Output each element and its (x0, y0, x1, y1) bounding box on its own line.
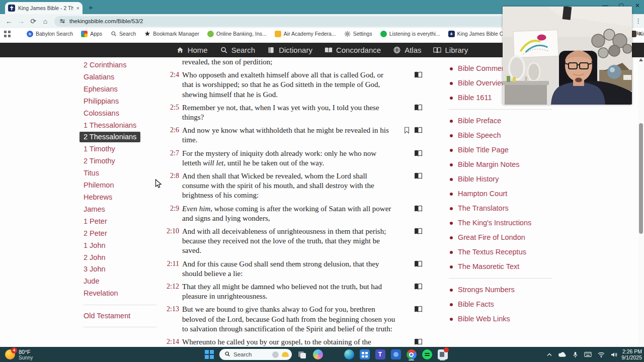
scrollbar[interactable] (638, 57, 644, 347)
sidebar-book-philippians[interactable]: Philippians (84, 96, 156, 108)
start-button[interactable] (204, 349, 214, 359)
taskbar-app-photos[interactable] (390, 348, 401, 360)
open-book-icon[interactable] (414, 205, 423, 212)
nav-item-search[interactable]: Search (220, 46, 256, 54)
scrollbar-thumb[interactable] (639, 123, 643, 234)
close-button[interactable]: ✕ (634, 2, 641, 9)
sidebar-book-philemon[interactable]: Philemon (84, 179, 156, 192)
bookmark-item[interactable]: +King James Bible O... (448, 31, 508, 37)
nav-item-dictionary[interactable]: Dictionary (267, 46, 312, 54)
open-book-icon[interactable] (414, 228, 423, 235)
sidebar-book-2-peter[interactable]: 2 Peter (84, 228, 156, 240)
browser-menu-icon[interactable]: ⋮ (635, 17, 641, 25)
tab-close-icon[interactable]: × (76, 5, 79, 11)
wifi-icon[interactable] (598, 352, 605, 357)
sidebar-book-jude[interactable]: Jude (84, 276, 156, 288)
taskbar-app-task-view[interactable] (297, 348, 307, 360)
sidebar-book-1-thessalonians[interactable]: 1 Thessalonians (84, 120, 156, 132)
keyboard-icon[interactable] (584, 352, 592, 357)
sidebar-book-hebrews[interactable]: Hebrews (84, 192, 156, 204)
back-button[interactable]: ← (3, 17, 15, 25)
sidebar-book-revelation[interactable]: Revelation (84, 288, 156, 300)
taskbar-app-clipchamp[interactable] (437, 348, 448, 360)
scroll-up-arrow-icon[interactable] (639, 58, 643, 61)
browser-tab[interactable]: ✝ King James Bible - 2 Thessaloni × (5, 2, 83, 14)
resource-link-the-textus-receptus[interactable]: The Textus Receptus (449, 245, 553, 259)
open-book-icon[interactable] (414, 104, 423, 111)
taskbar-app-chrome[interactable] (406, 348, 417, 360)
bookmark-item[interactable]: Air Academy Federa... (275, 31, 336, 37)
resource-section: Strongs NumbersBible FactsBible Web Link… (449, 279, 553, 330)
open-book-icon[interactable] (414, 260, 423, 267)
sidebar-book-1-timothy[interactable]: 1 Timothy (84, 143, 156, 155)
sidebar-book-ephesians[interactable]: Ephesians (84, 83, 156, 96)
bookmark-item[interactable]: Online Banking, Ins... (207, 31, 267, 37)
weather-widget[interactable]: 4 80°F Sunny (5, 349, 80, 360)
taskbar-app-spotify[interactable] (422, 348, 432, 360)
forward-button[interactable]: → (15, 17, 27, 25)
bookmark-ribbon-icon[interactable] (404, 127, 410, 134)
sidebar-book-1-john[interactable]: 1 John (84, 240, 156, 252)
bookmark-item[interactable]: ★Bookmark Manager (144, 31, 199, 37)
home-button[interactable]: ⌂ (39, 17, 51, 25)
bookmark-item[interactable]: Search (110, 31, 136, 37)
resource-link-the-masoretic-text[interactable]: The Masoretic Text (449, 259, 553, 274)
open-book-icon[interactable] (414, 283, 423, 290)
resource-link-bible-facts[interactable]: Bible Facts (449, 297, 553, 312)
nav-item-home[interactable]: Home (176, 46, 208, 54)
chevron-up-icon[interactable] (547, 353, 552, 356)
bookmark-item[interactable]: Apps (81, 31, 102, 37)
nav-item-library[interactable]: Library (433, 46, 468, 54)
sidebar-book-2-thessalonians[interactable]: 2 Thessalonians (84, 131, 156, 143)
onedrive-cloud-icon[interactable] (558, 352, 567, 357)
sidebar-book-1-peter[interactable]: 1 Peter (84, 216, 156, 228)
resource-link-bible-margin-notes[interactable]: Bible Margin Notes (449, 157, 553, 172)
resource-link-the-translators[interactable]: The Translators (449, 201, 553, 216)
teams-icon (375, 349, 385, 359)
microphone-icon[interactable] (573, 351, 578, 358)
open-book-icon[interactable] (414, 306, 423, 313)
resource-link-strongs-numbers[interactable]: Strongs Numbers (449, 283, 553, 297)
taskbar-app-copilot[interactable] (312, 348, 323, 360)
bookmark-label: Listening is everythi... (389, 31, 440, 37)
taskbar-app-edge[interactable] (344, 348, 354, 360)
open-book-icon[interactable] (414, 71, 423, 78)
taskbar-app-teams[interactable] (375, 348, 385, 360)
open-book-icon[interactable] (414, 127, 423, 134)
sidebar-book-3-john[interactable]: 3 John (84, 263, 156, 276)
open-book-icon[interactable] (414, 338, 423, 345)
taskbar-search[interactable]: Search (219, 349, 292, 360)
resource-link-great-fire-of-london[interactable]: Great Fire of London (449, 230, 553, 245)
nav-item-concordance[interactable]: Concordance (325, 46, 381, 54)
reload-button[interactable]: ⟳ (27, 17, 39, 25)
resource-link-bible-title-page[interactable]: Bible Title Page (449, 143, 553, 157)
sidebar-book-galatians[interactable]: Galatians (84, 71, 156, 83)
new-tab-button[interactable]: + (89, 3, 93, 12)
sidebar-book-2-corinthians[interactable]: 2 Corinthians (84, 59, 156, 71)
resource-link-bible-speech[interactable]: Bible Speech (449, 128, 553, 143)
bookmark-item[interactable]: Settings (344, 31, 372, 37)
nav-item-atlas[interactable]: Atlas (393, 46, 421, 54)
bookmark-item[interactable]: bBabylon Search (27, 31, 73, 37)
sidebar-old-testament-link[interactable]: Old Testament (84, 310, 156, 322)
sidebar-book-colossians[interactable]: Colossians (84, 108, 156, 120)
bookmark-item[interactable]: Listening is everythi... (380, 31, 440, 37)
resource-link-hampton-court[interactable]: Hampton Court (449, 187, 553, 201)
apps-grid-icon[interactable] (4, 31, 11, 37)
resource-link-the-king-s-instructions[interactable]: The King's Instructions (449, 216, 553, 230)
spotify-icon (422, 349, 432, 359)
open-book-icon[interactable] (414, 150, 423, 157)
sidebar-book-titus[interactable]: Titus (84, 167, 156, 179)
resource-link-bible-preface[interactable]: Bible Preface (449, 114, 553, 128)
volume-icon[interactable] (611, 352, 617, 357)
taskbar-clock[interactable]: 2:26 PM 9/1/2025 (621, 348, 644, 360)
sidebar-book-james[interactable]: James (84, 204, 156, 216)
sidebar-book-2-timothy[interactable]: 2 Timothy (84, 155, 156, 167)
open-book-icon[interactable] (414, 172, 423, 179)
resource-link-bible-history[interactable]: Bible History (449, 172, 553, 187)
resource-link-bible-web-links[interactable]: Bible Web Links (449, 312, 553, 326)
taskbar-app-file-explorer[interactable] (328, 348, 339, 360)
notification-dot (444, 347, 449, 352)
sidebar-book-2-john[interactable]: 2 John (84, 252, 156, 264)
taskbar-app-store[interactable] (359, 348, 370, 360)
